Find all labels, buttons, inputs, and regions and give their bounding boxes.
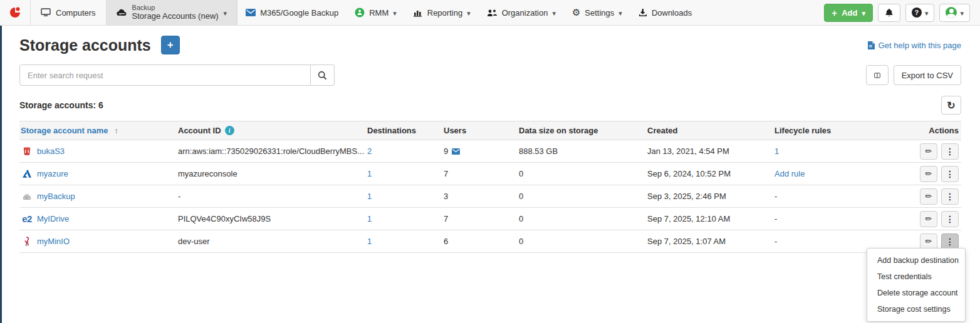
cell-created: Sep 7, 2025, 12:10 AM bbox=[646, 214, 773, 223]
cell-lifecycle: - bbox=[773, 214, 914, 223]
nav-rmm[interactable]: RMM bbox=[347, 0, 405, 25]
row-menu-button[interactable] bbox=[941, 188, 959, 205]
cell-users: 9 bbox=[442, 146, 518, 156]
refresh-icon bbox=[947, 100, 955, 111]
app-logo[interactable] bbox=[0, 0, 30, 25]
nav-settings[interactable]: Settings bbox=[564, 0, 630, 25]
cell-lifecycle: - bbox=[773, 237, 914, 246]
download-icon bbox=[639, 8, 647, 17]
add-rule-link[interactable]: Add rule bbox=[774, 169, 805, 178]
destinations-link[interactable]: 1 bbox=[367, 237, 372, 246]
page-title: Storage accounts bbox=[19, 36, 151, 54]
edit-button[interactable] bbox=[920, 188, 937, 205]
mail-users-icon[interactable] bbox=[452, 148, 460, 155]
row-menu-button-active[interactable] bbox=[941, 233, 959, 250]
tab-storage-accounts-label: Storage Accounts (new) bbox=[132, 12, 219, 21]
cell-name: myBackup bbox=[19, 192, 177, 202]
destinations-link[interactable]: 1 bbox=[367, 192, 372, 201]
menu-item-storage-cost-settings[interactable]: Storage cost settings bbox=[867, 301, 965, 317]
edit-button[interactable] bbox=[920, 233, 937, 250]
pencil-icon bbox=[925, 214, 932, 223]
kebab-icon bbox=[946, 169, 954, 179]
cell-created: Sep 3, 2025, 2:46 PM bbox=[646, 192, 773, 201]
cell-destinations: 2 bbox=[366, 146, 442, 156]
storage-accounts-table: Storage account name Account ID i Destin… bbox=[19, 121, 961, 253]
storage-account-link[interactable]: myBackup bbox=[37, 192, 75, 201]
caret-down-icon bbox=[393, 8, 397, 18]
edit-button[interactable] bbox=[920, 166, 937, 182]
destinations-link[interactable]: 1 bbox=[367, 169, 372, 178]
pencil-icon bbox=[925, 169, 932, 178]
header-account-id[interactable]: Account ID i bbox=[177, 126, 366, 135]
header-created[interactable]: Created bbox=[646, 126, 773, 135]
get-help-link[interactable]: Get help with this page bbox=[868, 41, 961, 50]
export-csv-button[interactable]: Export to CSV bbox=[894, 65, 961, 85]
table-row: myMinIO dev-user 1 6 0 Sep 7, 2025, 1:07… bbox=[19, 230, 961, 253]
tab-storage-accounts[interactable]: Backup Storage Accounts (new) bbox=[106, 0, 238, 25]
tab-storage-accounts-text: Backup Storage Accounts (new) bbox=[132, 4, 219, 21]
table-row: bukaS3 arn:aws:iam::735029026331:role/Cl… bbox=[19, 140, 961, 163]
kebab-icon bbox=[946, 214, 954, 224]
nav-m365-label: M365/Google Backup bbox=[260, 8, 338, 18]
user-menu-button[interactable] bbox=[939, 4, 970, 22]
caret-down-icon bbox=[862, 8, 865, 18]
header-data-size[interactable]: Data size on storage bbox=[518, 126, 646, 135]
edit-button[interactable] bbox=[920, 211, 937, 227]
tab-computers[interactable]: Computers bbox=[30, 0, 107, 25]
help-menu-button[interactable]: ? bbox=[905, 4, 935, 22]
notifications-button[interactable] bbox=[878, 4, 900, 22]
storage-account-link[interactable]: bukaS3 bbox=[37, 146, 65, 156]
cell-destinations: 1 bbox=[366, 237, 442, 246]
info-icon[interactable]: i bbox=[225, 126, 234, 135]
choose-columns-button[interactable] bbox=[866, 65, 889, 85]
cell-data-size: 0 bbox=[518, 192, 646, 201]
row-menu-button[interactable] bbox=[941, 143, 959, 160]
row-menu-button[interactable] bbox=[941, 211, 959, 227]
header-storage-account-name[interactable]: Storage account name bbox=[19, 126, 177, 135]
cell-users: 7 bbox=[442, 214, 518, 223]
header-destinations[interactable]: Destinations bbox=[366, 126, 442, 135]
azure-icon bbox=[21, 169, 33, 178]
nav-organization[interactable]: Organization bbox=[479, 0, 564, 25]
destinations-link[interactable]: 1 bbox=[367, 214, 372, 223]
menu-item-delete-storage-account[interactable]: Delete storage account bbox=[867, 285, 965, 301]
cell-users: 3 bbox=[442, 192, 518, 201]
search-icon bbox=[318, 71, 327, 80]
refresh-button[interactable] bbox=[941, 96, 961, 115]
cell-data-size: 0 bbox=[518, 237, 646, 246]
table-row: myazure myazureconsole 1 7 0 Sep 6, 2024… bbox=[19, 163, 961, 185]
storage-account-link[interactable]: myMinIO bbox=[37, 237, 70, 246]
lifecycle-link[interactable]: 1 bbox=[774, 146, 779, 156]
destinations-link[interactable]: 2 bbox=[367, 146, 372, 156]
cell-data-size: 888.53 GB bbox=[518, 146, 646, 156]
search-button[interactable] bbox=[311, 64, 335, 86]
nav-downloads-label: Downloads bbox=[652, 8, 692, 18]
search-input[interactable] bbox=[19, 64, 311, 86]
menu-item-test-credentials[interactable]: Test credentials bbox=[867, 269, 965, 285]
header-users[interactable]: Users bbox=[442, 126, 518, 135]
edit-button[interactable] bbox=[920, 143, 937, 160]
menu-item-add-backup-destination[interactable]: Add backup destination bbox=[867, 252, 965, 269]
file-system-icon bbox=[21, 192, 33, 202]
storage-account-link[interactable]: MyIDrive bbox=[37, 214, 69, 223]
row-menu-button[interactable] bbox=[941, 166, 959, 182]
header-lifecycle-rules[interactable]: Lifecycle rules bbox=[773, 126, 914, 135]
add-button[interactable]: + Add bbox=[824, 4, 873, 22]
pencil-icon bbox=[925, 146, 932, 156]
cell-name: e2 MyIDrive bbox=[19, 213, 177, 224]
nav-downloads[interactable]: Downloads bbox=[630, 0, 700, 25]
bar-chart-icon bbox=[413, 9, 423, 17]
aws-s3-icon bbox=[21, 146, 33, 156]
monitor-icon bbox=[41, 8, 51, 17]
add-storage-account-button[interactable]: + bbox=[161, 36, 180, 54]
table-row: e2 MyIDrive PILQVe4C90xyCIw58J9S 1 7 0 S… bbox=[19, 208, 961, 230]
nav-m365-google-backup[interactable]: M365/Google Backup bbox=[237, 0, 347, 25]
cell-account-id: myazureconsole bbox=[177, 169, 366, 178]
cell-destinations: 1 bbox=[366, 192, 442, 201]
storage-account-link[interactable]: myazure bbox=[37, 169, 68, 178]
nav-reporting[interactable]: Reporting bbox=[405, 0, 479, 25]
cell-destinations: 1 bbox=[366, 214, 442, 223]
columns-icon bbox=[874, 71, 880, 79]
caret-down-icon bbox=[467, 8, 471, 18]
people-icon bbox=[487, 9, 498, 17]
